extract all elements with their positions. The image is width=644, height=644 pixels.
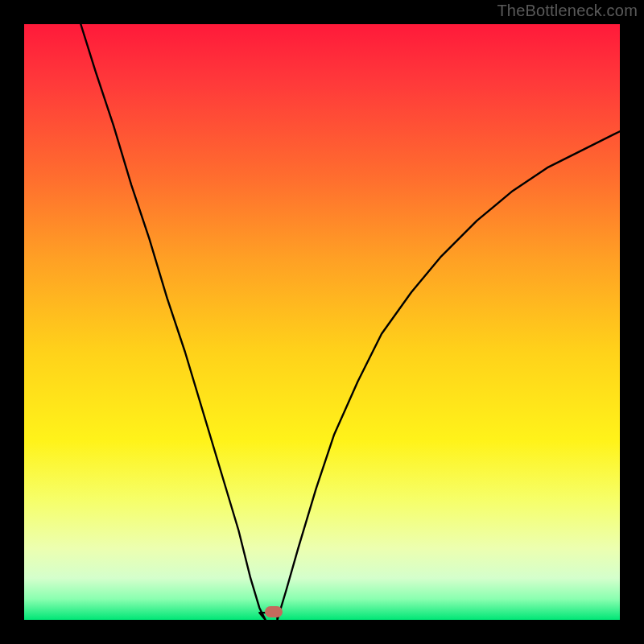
watermark-text: TheBottleneck.com xyxy=(497,2,638,20)
chart-svg xyxy=(24,24,620,620)
optimal-point-marker xyxy=(265,606,283,617)
chart-plot-area xyxy=(24,24,620,620)
chart-background xyxy=(24,24,620,620)
